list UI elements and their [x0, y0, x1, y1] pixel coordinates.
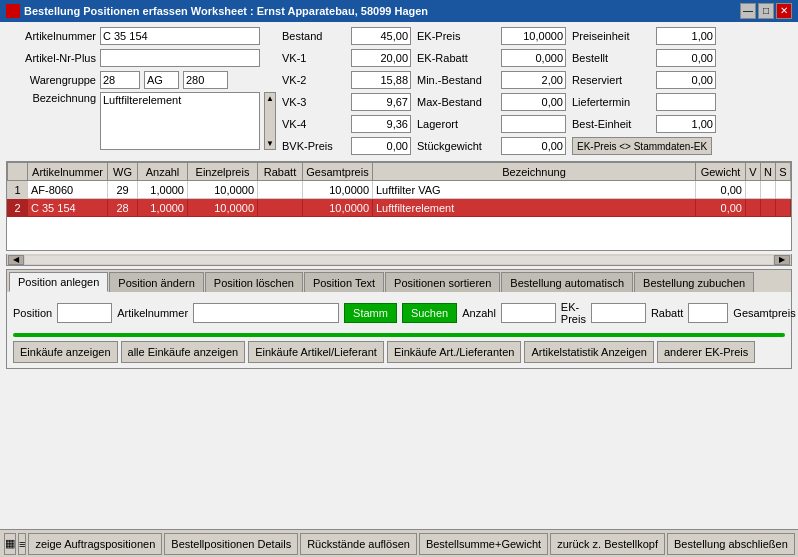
tab-position-anlegen[interactable]: Position anlegen: [9, 272, 108, 292]
bestellung-abschliessen-button[interactable]: Bestellung abschließen: [667, 533, 795, 555]
vk4-input[interactable]: [351, 115, 411, 133]
col-header-gesamtpreis: Gesamtpreis: [303, 163, 373, 181]
status-icon-1[interactable]: ▦: [4, 533, 16, 555]
einkaufe-art-lieferanten-button[interactable]: Einkäufe Art./Lieferanten: [387, 341, 521, 363]
artikelnr-plus-input[interactable]: [100, 49, 260, 67]
table-row[interactable]: 2 C 35 154 28 1,0000 10,0000 10,0000 Luf…: [8, 199, 791, 217]
ekrabatt-input[interactable]: [501, 49, 566, 67]
minbestand-input[interactable]: [501, 71, 566, 89]
cell-artikelnummer-2: C 35 154: [28, 199, 108, 217]
lagerort-row: Lagerort: [417, 114, 566, 134]
preiseinheit-label: Preiseinheit: [572, 30, 652, 42]
bestand-label: Bestand: [282, 30, 347, 42]
col-header-artikelnummer: Artikelnummer: [28, 163, 108, 181]
zeige-auftragspositionen-button[interactable]: zeige Auftragspositionen: [28, 533, 162, 555]
scroll-left-btn[interactable]: ◀: [8, 255, 24, 265]
input-row: Position Artikelnummer Stamm Suchen Anza…: [13, 297, 785, 329]
tab-bestellung-automatisch[interactable]: Bestellung automatisch: [501, 272, 633, 292]
warengruppe-input1[interactable]: [100, 71, 140, 89]
ekpreis-input[interactable]: [501, 27, 566, 45]
artikelnr-plus-row: Artikel-Nr-Plus: [6, 48, 276, 68]
cell-v-1: [746, 181, 761, 199]
vk1-label: VK-1: [282, 52, 347, 64]
bezeichnung-input[interactable]: Luftfilterelement: [100, 92, 260, 150]
warengruppe-input2[interactable]: [144, 71, 179, 89]
tab-position-text[interactable]: Position Text: [304, 272, 384, 292]
ek-stamm-button[interactable]: EK-Preis <> Stammdaten-EK: [572, 137, 712, 155]
ruckstande-aufloshen-button[interactable]: Rückstände auflösen: [300, 533, 417, 555]
maximize-button[interactable]: □: [758, 3, 774, 19]
stueckgewicht-input[interactable]: [501, 137, 566, 155]
einkaufe-anzeigen-button[interactable]: Einkäufe anzeigen: [13, 341, 118, 363]
artikelnummer-label: Artikelnummer: [6, 30, 96, 42]
ek-stamm-row: EK-Preis <> Stammdaten-EK: [572, 136, 792, 156]
row-num-1: 1: [8, 181, 28, 199]
close-button[interactable]: ✕: [776, 3, 792, 19]
cell-gesamtpreis-1: 10,0000: [303, 181, 373, 199]
bottom-rabatt-label: Rabatt: [651, 307, 683, 319]
reserviert-input[interactable]: [656, 71, 716, 89]
tab-bestellung-zubuchen[interactable]: Bestellung zubuchen: [634, 272, 754, 292]
alle-einkaufe-anzeigen-button[interactable]: alle Einkäufe anzeigen: [121, 341, 246, 363]
scroll-track: [25, 256, 773, 264]
bottom-rabatt-input[interactable]: [688, 303, 728, 323]
artikelstatistik-button[interactable]: Artikelstatistik Anzeigen: [524, 341, 654, 363]
vk2-row: VK-2: [282, 70, 411, 90]
tab-positionen-sortieren[interactable]: Positionen sortieren: [385, 272, 500, 292]
cell-gewicht-1: 0,00: [696, 181, 746, 199]
zuruck-bestellkopf-button[interactable]: zurück z. Bestellkopf: [550, 533, 665, 555]
lagerort-input[interactable]: [501, 115, 566, 133]
cell-anzahl-2: 1,0000: [138, 199, 188, 217]
cell-gesamtpreis-2: 10,0000: [303, 199, 373, 217]
anderer-ek-preis-button[interactable]: anderer EK-Preis: [657, 341, 755, 363]
bestellsumme-gewicht-button[interactable]: Bestellsumme+Gewicht: [419, 533, 548, 555]
bottom-ekpreis-input[interactable]: [591, 303, 646, 323]
warengruppe-input3[interactable]: [183, 71, 228, 89]
cell-artikelnummer-1: AF-8060: [28, 181, 108, 199]
bottom-gesamtpreis-label: Gesamtpreis: [733, 307, 795, 319]
scroll-down-icon[interactable]: ▼: [266, 139, 274, 148]
bestellpositionen-details-button[interactable]: Bestellpositionen Details: [164, 533, 298, 555]
suchen-button[interactable]: Suchen: [402, 303, 457, 323]
col-header-einzelpreis: Einzelpreis: [188, 163, 258, 181]
preiseinheit-input[interactable]: [656, 27, 716, 45]
col-header-n: N: [761, 163, 776, 181]
liefertermin-input[interactable]: [656, 93, 716, 111]
bottom-ekpreis-label: EK-Preis: [561, 301, 586, 325]
bottom-artikelnummer-input[interactable]: [193, 303, 339, 323]
artikelnummer-input[interactable]: [100, 27, 260, 45]
position-input[interactable]: [57, 303, 112, 323]
vk2-input[interactable]: [351, 71, 411, 89]
vk3-input[interactable]: [351, 93, 411, 111]
bottom-anzahl-input[interactable]: [501, 303, 556, 323]
cell-bezeichnung-1: Luftfilter VAG: [373, 181, 696, 199]
scroll-up-icon[interactable]: ▲: [266, 94, 274, 103]
status-icon-2[interactable]: ≡: [18, 533, 26, 555]
minimize-button[interactable]: —: [740, 3, 756, 19]
stamm-button[interactable]: Stamm: [344, 303, 397, 323]
bestellt-input[interactable]: [656, 49, 716, 67]
main-area: Artikelnummer Artikel-Nr-Plus Warengrupp…: [0, 22, 798, 373]
bvk-input[interactable]: [351, 137, 411, 155]
scroll-right-btn[interactable]: ▶: [774, 255, 790, 265]
row-num-2: 2: [8, 199, 28, 217]
col-header-num: [8, 163, 28, 181]
tab-position-andern[interactable]: Position ändern: [109, 272, 203, 292]
tab-position-loschen[interactable]: Position löschen: [205, 272, 303, 292]
stueckgewicht-row: Stückgewicht: [417, 136, 566, 156]
table-row[interactable]: 1 AF-8060 29 1,0000 10,0000 10,0000 Luft…: [8, 181, 791, 199]
ekpreis-label: EK-Preis: [417, 30, 497, 42]
cell-v-2: [746, 199, 761, 217]
besteinheit-input[interactable]: [656, 115, 716, 133]
vk1-input[interactable]: [351, 49, 411, 67]
maxbestand-input[interactable]: [501, 93, 566, 111]
cell-rabatt-1: [258, 181, 303, 199]
cell-n-1: [761, 181, 776, 199]
warengruppe-label: Warengruppe: [6, 74, 96, 86]
bvk-label: BVK-Preis: [282, 140, 347, 152]
einkaufe-artikel-lieferant-button[interactable]: Einkäufe Artikel/Lieferant: [248, 341, 384, 363]
bestand-input[interactable]: [351, 27, 411, 45]
positions-table[interactable]: Artikelnummer WG Anzahl Einzelpreis Raba…: [6, 161, 792, 251]
horizontal-scrollbar[interactable]: ◀ ▶: [6, 254, 792, 266]
ekrabatt-label: EK-Rabatt: [417, 52, 497, 64]
